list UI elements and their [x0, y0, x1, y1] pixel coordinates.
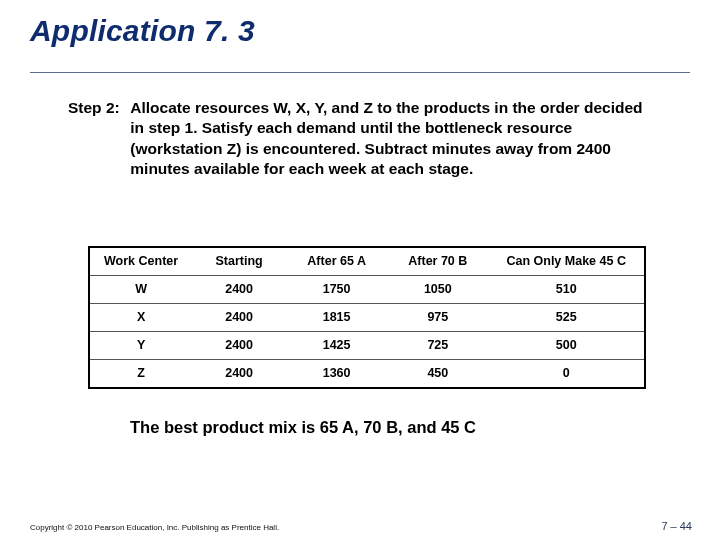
- slide: Application 7. 3 Step 2: Allocate resour…: [0, 0, 720, 540]
- col-header-work-center: Work Center: [89, 247, 192, 276]
- copyright-text: Copyright © 2010 Pearson Education, Inc.…: [30, 523, 279, 532]
- page-title: Application 7. 3: [30, 14, 255, 48]
- cell-value: 2400: [192, 304, 286, 332]
- cell-value: 525: [488, 304, 645, 332]
- cell-value: 975: [387, 304, 488, 332]
- resource-table: Work Center Starting After 65 A After 70…: [88, 246, 646, 389]
- cell-value: 1425: [286, 332, 387, 360]
- table-row: X 2400 1815 975 525: [89, 304, 645, 332]
- title-underline: [30, 72, 690, 73]
- cell-value: 1815: [286, 304, 387, 332]
- cell-value: 500: [488, 332, 645, 360]
- cell-value: 1360: [286, 360, 387, 389]
- table-row: Z 2400 1360 450 0: [89, 360, 645, 389]
- cell-value: 510: [488, 276, 645, 304]
- cell-value: 2400: [192, 332, 286, 360]
- step-text: Allocate resources W, X, Y, and Z to the…: [130, 98, 650, 180]
- col-header-after-c: Can Only Make 45 C: [488, 247, 645, 276]
- step-block: Step 2: Allocate resources W, X, Y, and …: [68, 98, 668, 180]
- table-row: W 2400 1750 1050 510: [89, 276, 645, 304]
- cell-center: W: [89, 276, 192, 304]
- cell-value: 1750: [286, 276, 387, 304]
- cell-center: X: [89, 304, 192, 332]
- cell-value: 0: [488, 360, 645, 389]
- col-header-starting: Starting: [192, 247, 286, 276]
- cell-value: 450: [387, 360, 488, 389]
- cell-center: Z: [89, 360, 192, 389]
- page-number: 7 – 44: [661, 520, 692, 532]
- step-label: Step 2:: [68, 98, 126, 118]
- cell-value: 1050: [387, 276, 488, 304]
- cell-center: Y: [89, 332, 192, 360]
- conclusion-text: The best product mix is 65 A, 70 B, and …: [130, 418, 476, 437]
- table-row: Y 2400 1425 725 500: [89, 332, 645, 360]
- table-header-row: Work Center Starting After 65 A After 70…: [89, 247, 645, 276]
- cell-value: 2400: [192, 360, 286, 389]
- col-header-after-a: After 65 A: [286, 247, 387, 276]
- cell-value: 725: [387, 332, 488, 360]
- col-header-after-b: After 70 B: [387, 247, 488, 276]
- cell-value: 2400: [192, 276, 286, 304]
